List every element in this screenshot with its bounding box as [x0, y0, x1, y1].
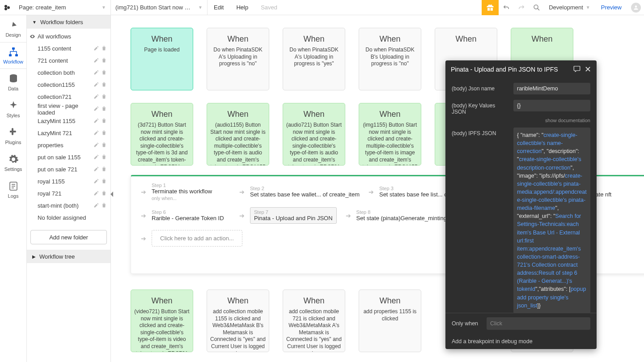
folder-item[interactable]: 721 content	[27, 55, 110, 67]
nav-workflow[interactable]: Workflow	[0, 42, 26, 69]
workflow-card[interactable]: When Do when PinataSDK A's Uploading in …	[283, 28, 345, 90]
help-menu[interactable]: Help	[230, 0, 254, 15]
workflow-card[interactable]: When (3d721) Button Start now mint singl…	[131, 103, 193, 166]
redo-button[interactable]	[514, 0, 529, 15]
edit-icon[interactable]	[93, 94, 99, 101]
trash-icon[interactable]	[101, 142, 107, 149]
section-folders[interactable]: ▼ Workflow folders	[27, 15, 110, 29]
workflow-card[interactable]: When add collection mobile 1155 is click…	[207, 290, 269, 352]
trash-icon[interactable]	[101, 202, 107, 209]
folder-item[interactable]: first view - page loaded	[27, 103, 110, 115]
user-avatar[interactable]	[628, 0, 644, 15]
workflow-step[interactable]: ➔ Step 2 Set states base fee wallet... o…	[239, 183, 360, 201]
edit-icon[interactable]	[93, 118, 99, 125]
folder-item[interactable]: collection1155	[27, 79, 110, 91]
collapse-handle[interactable]	[111, 15, 115, 362]
undo-button[interactable]	[499, 0, 514, 15]
section-tree[interactable]: ▶ Workflow tree	[27, 250, 110, 263]
prop-input-json-name[interactable]: raribleMintDemo	[513, 83, 590, 94]
workflow-card[interactable]: When (video721) Button Start now mint si…	[131, 290, 193, 352]
folder-item[interactable]: put on sale 1155	[27, 151, 110, 163]
workflow-card[interactable]: When Page is loaded	[131, 28, 193, 90]
property-panel: Pinata - Upload and Pin JSON to IPFS ✕ (…	[445, 60, 597, 349]
workflow-card[interactable]: When (audio721) Button Start now mint si…	[283, 103, 345, 166]
trash-icon[interactable]	[101, 106, 107, 113]
comment-icon[interactable]	[573, 65, 581, 74]
workflow-card[interactable]: When Do when PinataSDK B's Uploading in …	[359, 28, 421, 90]
workflow-canvas[interactable]: When Page is loadedWhen Do when PinataSD…	[115, 15, 644, 362]
only-when-input[interactable]: Click	[487, 317, 590, 330]
workflow-card[interactable]: When add properties 1155 is clicked	[359, 290, 421, 352]
trash-icon[interactable]	[101, 154, 107, 161]
card-body: Page is loaded	[144, 47, 179, 54]
edit-icon[interactable]	[93, 190, 99, 197]
add-breakpoint-link[interactable]: Add a breakpoint in debug mode	[452, 334, 590, 349]
trash-icon[interactable]	[101, 178, 107, 185]
folder-item[interactable]: start-mint (both)	[27, 200, 110, 212]
gift-button[interactable]	[482, 0, 499, 15]
nav-design[interactable]: Design	[0, 15, 26, 42]
folder-item[interactable]: royal 721	[27, 187, 110, 200]
add-action-button[interactable]: ➔Click here to add an action...	[141, 230, 242, 247]
preview-button[interactable]: Preview	[595, 0, 628, 15]
trash-icon[interactable]	[101, 130, 107, 137]
folder-all-workflows[interactable]: All workflows	[27, 30, 110, 43]
nav-settings[interactable]: Settings	[0, 149, 26, 176]
folder-item[interactable]: collection721	[27, 91, 110, 103]
edit-icon[interactable]	[93, 45, 99, 52]
edit-icon[interactable]	[93, 178, 99, 185]
workflow-card[interactable]: When (audio1155) Button Start now mint s…	[207, 103, 269, 166]
workflow-card[interactable]: When Do when PinataSDK A's Uploading in …	[207, 28, 269, 90]
nav-logs[interactable]: Logs	[0, 176, 26, 203]
show-doc-link[interactable]: show documentation	[452, 118, 590, 123]
nav-data[interactable]: Data	[0, 69, 26, 96]
folder-item[interactable]: 1155 content	[27, 43, 110, 55]
step-title: Pinata - Upload and Pin JSON	[254, 215, 333, 221]
folder-item[interactable]: put on sale 721	[27, 163, 110, 175]
logo[interactable]	[0, 0, 14, 15]
edit-icon[interactable]	[93, 81, 99, 89]
workflow-step[interactable]: ➔ Step 6 Rarible - Generate Token ID	[141, 207, 230, 224]
trash-icon[interactable]	[101, 190, 107, 197]
workflow-step[interactable]: ➔ Step 7 Pinata - Upload and Pin JSON	[239, 207, 337, 224]
search-button[interactable]	[529, 0, 544, 15]
edit-icon[interactable]	[93, 57, 99, 64]
workflow-card[interactable]: When (img1155) Button Start now mint sin…	[359, 103, 421, 166]
nav-plugins[interactable]: Plugins	[0, 123, 26, 149]
folder-none[interactable]: No folder assigned	[27, 212, 110, 224]
env-selector[interactable]: Development ▼	[544, 0, 595, 15]
folder-item[interactable]: LazyMint 721	[27, 127, 110, 139]
trash-icon[interactable]	[101, 94, 107, 101]
trash-icon[interactable]	[101, 45, 107, 52]
svg-point-3	[534, 5, 538, 9]
edit-icon[interactable]	[93, 166, 99, 173]
step-title: Rarible - Generate Token ID	[152, 215, 224, 221]
workflow-card[interactable]: When add collection mobile 721 is clicke…	[283, 290, 345, 352]
step-title: Set states base fee wallet... of create_…	[250, 191, 360, 198]
page-selector[interactable]: Page: create_item ▼	[14, 0, 111, 15]
edit-icon[interactable]	[93, 154, 99, 161]
edit-menu[interactable]: Edit	[208, 0, 230, 15]
element-selector[interactable]: (img721) Button Start now mint ... ▼	[111, 0, 208, 15]
edit-icon[interactable]	[93, 106, 99, 113]
trash-icon[interactable]	[101, 118, 107, 125]
folder-item[interactable]: properties	[27, 139, 110, 151]
trash-icon[interactable]	[101, 69, 107, 77]
prop-input-ipfs-json[interactable]: { "name": "create-single-collectible's n…	[513, 128, 590, 313]
prop-input-keyvalues[interactable]: {}	[513, 100, 590, 111]
trash-icon[interactable]	[101, 57, 107, 64]
trash-icon[interactable]	[101, 81, 107, 89]
nav-plugins-label: Plugins	[5, 140, 21, 145]
folder-item[interactable]: royal 1155	[27, 175, 110, 187]
add-folder-button[interactable]: Add new folder	[30, 230, 107, 244]
folder-item[interactable]: LazyMint 1155	[27, 115, 110, 127]
trash-icon[interactable]	[101, 166, 107, 173]
edit-icon[interactable]	[93, 142, 99, 149]
edit-icon[interactable]	[93, 130, 99, 137]
nav-styles[interactable]: Styles	[0, 96, 26, 123]
close-icon[interactable]: ✕	[585, 64, 591, 74]
workflow-step[interactable]: ➔ Step 1 Terminate this workflow only wh…	[141, 183, 230, 201]
folder-item[interactable]: collection both	[27, 67, 110, 79]
edit-icon[interactable]	[93, 202, 99, 209]
edit-icon[interactable]	[93, 69, 99, 77]
